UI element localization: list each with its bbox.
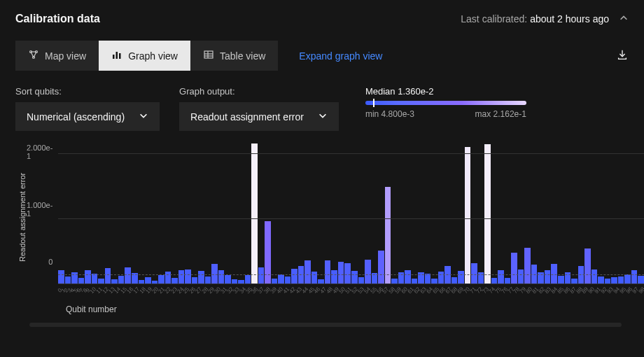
bar[interactable]	[351, 271, 358, 284]
sort-dropdown[interactable]: Numerical (ascending)	[15, 102, 160, 131]
bar[interactable]	[378, 251, 384, 284]
graph-output-dropdown[interactable]: Readout assignment error	[179, 102, 339, 131]
bar[interactable]	[58, 270, 64, 284]
bar[interactable]	[125, 267, 131, 284]
sort-value: Numerical (ascending)	[27, 111, 125, 122]
bar[interactable]	[278, 274, 284, 284]
bar[interactable]	[365, 260, 371, 284]
y-tick: 2.000e-1	[27, 144, 52, 160]
bar[interactable]	[465, 147, 471, 284]
chevron-down-icon	[139, 111, 148, 122]
bar[interactable]	[338, 262, 344, 284]
slider-max-label: max 2.162e-1	[475, 109, 526, 119]
bar[interactable]	[438, 272, 444, 284]
bar[interactable]	[498, 270, 504, 284]
y-axis-title: Readout assignment error	[15, 144, 27, 290]
bar[interactable]	[518, 270, 524, 284]
bar[interactable]	[291, 269, 298, 284]
bar[interactable]	[484, 144, 491, 284]
bar[interactable]	[511, 253, 517, 284]
slider-min-label: min 4.800e-3	[365, 109, 414, 119]
svg-rect-6	[113, 55, 115, 59]
chevron-down-icon	[318, 111, 328, 122]
sort-label: Sort qubits:	[15, 86, 160, 97]
panel-title: Calibration data	[15, 13, 100, 25]
svg-rect-9	[204, 51, 213, 58]
x-axis-title: Qubit number	[66, 304, 629, 314]
svg-rect-8	[119, 53, 121, 59]
tab-graph-label: Graph view	[128, 50, 178, 62]
bar[interactable]	[592, 270, 598, 284]
bar[interactable]	[344, 263, 351, 284]
bar[interactable]	[312, 272, 318, 284]
bar[interactable]	[524, 248, 531, 284]
last-calibrated-value: about 2 hours ago	[530, 13, 609, 24]
y-tick: 1.000e-1	[27, 201, 52, 218]
bar[interactable]	[385, 187, 391, 284]
x-axis-ticks: 0123456789101112131415161718192021222324…	[58, 284, 644, 290]
bar[interactable]	[631, 270, 638, 284]
svg-line-4	[31, 52, 34, 57]
bar[interactable]	[325, 260, 331, 284]
collapse-icon[interactable]	[619, 13, 629, 25]
color-scale-slider[interactable]	[365, 101, 526, 105]
bar[interactable]	[178, 270, 185, 284]
bar[interactable]	[545, 270, 551, 284]
bar[interactable]	[331, 270, 337, 284]
bar[interactable]	[251, 144, 258, 284]
graph-output-label: Graph output:	[179, 86, 339, 97]
bar[interactable]	[258, 267, 265, 284]
table-icon	[203, 49, 214, 62]
expand-graph-link[interactable]: Expand graph view	[299, 50, 382, 62]
svg-rect-7	[116, 52, 118, 59]
slider-handle[interactable]	[373, 99, 374, 107]
svg-line-5	[34, 52, 36, 57]
view-tabs: Map view Graph view Table view	[15, 41, 278, 71]
slider-median-label: Median 1.360e-2	[365, 86, 526, 97]
y-axis: 2.000e-11.000e-10	[27, 144, 58, 266]
y-tick: 0	[48, 258, 52, 266]
bar[interactable]	[218, 270, 225, 284]
tab-table-view[interactable]: Table view	[190, 41, 278, 71]
download-button[interactable]	[616, 48, 629, 63]
bar[interactable]	[304, 260, 311, 284]
map-icon	[28, 49, 39, 62]
bar[interactable]	[185, 270, 191, 284]
graph-output-value: Readout assignment error	[190, 111, 304, 122]
bar[interactable]	[584, 248, 591, 284]
bar[interactable]	[198, 271, 204, 284]
bar[interactable]	[471, 263, 477, 284]
bar[interactable]	[458, 271, 464, 284]
bar[interactable]	[624, 274, 631, 284]
tab-map-view[interactable]: Map view	[15, 41, 99, 71]
bar-chart-icon	[111, 49, 122, 62]
chart-plot	[58, 144, 644, 284]
bar[interactable]	[405, 270, 411, 284]
tab-table-label: Table view	[220, 50, 265, 62]
median-line	[58, 274, 644, 275]
bar[interactable]	[165, 272, 172, 284]
bar[interactable]	[85, 270, 91, 284]
last-calibrated-label: Last calibrated:	[461, 13, 527, 24]
bar[interactable]	[105, 268, 111, 284]
tab-graph-view[interactable]: Graph view	[99, 41, 190, 71]
horizontal-scrollbar[interactable]	[29, 323, 622, 327]
tab-map-label: Map view	[45, 50, 86, 62]
